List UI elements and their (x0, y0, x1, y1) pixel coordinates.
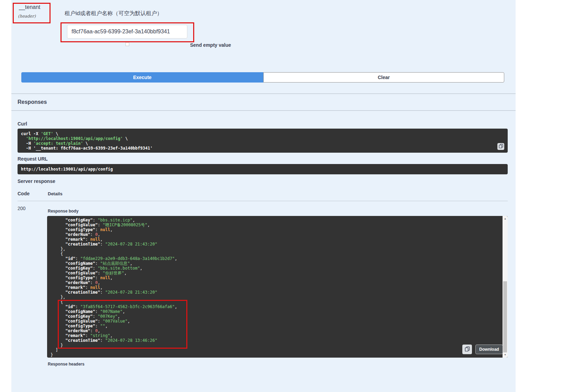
responses-title: Responses (18, 99, 47, 105)
parameter-description: 租户id或者租户名称（可空为默认租户） (65, 10, 162, 17)
responses-section-header: Responses (11, 94, 516, 111)
scroll-up-icon[interactable]: ▲ (503, 216, 508, 221)
swagger-page: __tenant (header) 租户id或者租户名称（可空为默认租户） Se… (0, 0, 573, 392)
request-url-block: http://localhost:19001/api/app/config (18, 164, 508, 174)
copy-curl-button[interactable] (497, 143, 504, 150)
request-url-value: http://localhost:19001/api/app/config (21, 167, 113, 172)
curl-command-block: curl -X 'GET' \ 'http://localhost:19001/… (18, 129, 508, 153)
response-scrollbar[interactable]: ▲ ▼ (503, 216, 508, 358)
send-empty-value-checkbox[interactable] (125, 42, 129, 46)
response-body-label: Response body (48, 209, 78, 214)
table-header-divider (18, 201, 508, 201)
clipboard-icon (465, 346, 470, 352)
copy-response-button[interactable] (462, 345, 472, 354)
server-response-label: Server response (18, 178, 55, 184)
code-column-header: Code (18, 191, 30, 196)
response-body-block: "configKey": "bbs.site.icp", "configValu… (47, 216, 508, 358)
response-headers-label: Response headers (48, 362, 85, 367)
clear-button[interactable]: Clear (263, 72, 504, 83)
tenant-input[interactable] (67, 25, 187, 39)
details-column-header: Details (48, 191, 63, 196)
parameter-name: __tenant (19, 4, 40, 10)
send-empty-value-label: Send empty value (190, 42, 231, 48)
download-button[interactable]: Download (475, 345, 503, 354)
curl-command-text: curl -X 'GET' \ 'http://localhost:19001/… (21, 131, 504, 151)
parameter-location: (header) (18, 14, 36, 19)
scrollbar-thumb[interactable] (503, 281, 507, 352)
curl-label: Curl (18, 121, 27, 127)
status-code: 200 (18, 206, 25, 211)
response-body-json: "configKey": "bbs.site.icp", "configValu… (51, 218, 503, 357)
request-url-label: Request URL (18, 156, 48, 162)
scroll-down-icon[interactable]: ▼ (503, 352, 508, 358)
clipboard-icon (499, 144, 503, 149)
endpoint-panel: __tenant (header) 租户id或者租户名称（可空为默认租户） Se… (11, 0, 516, 392)
execute-button[interactable]: Execute (21, 72, 263, 83)
